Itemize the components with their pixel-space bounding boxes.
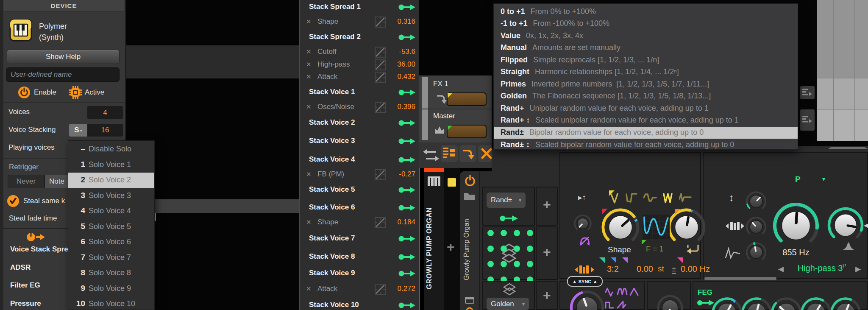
lfo-shape-grid[interactable]	[605, 287, 659, 310]
swap-icon[interactable]	[423, 148, 439, 162]
stacking-mode-option-6[interactable]: StraightHarmonic relationships [1, 1/2, …	[494, 66, 798, 78]
filter-env-knob[interactable]	[745, 190, 767, 212]
mod-source-pressure[interactable]: Pressure	[10, 299, 41, 308]
mixer-knob[interactable]	[657, 294, 684, 310]
stacking-mode-option-2[interactable]: -1 to +1From -100% to +100%	[494, 18, 798, 30]
wave-type-2[interactable]	[626, 192, 638, 204]
mod-amount-value[interactable]: 0.272	[397, 285, 415, 293]
track-tab[interactable]: GROWLY PUMP ORGAN	[424, 168, 444, 310]
fx1-send-fader[interactable]	[447, 92, 487, 106]
phase-randomize-icon[interactable]	[579, 235, 591, 247]
solo-menu-item-disable-solo[interactable]: –Disable Solo	[68, 142, 154, 157]
retrigger-never-button[interactable]: Never	[8, 175, 45, 188]
filter-type-selector[interactable]: High-pass 3P	[790, 263, 854, 273]
master-fader[interactable]	[447, 125, 487, 138]
stack-spread-mode-dropdown[interactable]: Rand± ▾	[487, 193, 526, 208]
mod-target-row[interactable]: ✕Shape0.316	[300, 15, 420, 29]
feg-release-knob[interactable]	[800, 297, 832, 310]
feg-decay-knob[interactable]	[741, 297, 772, 310]
voice-stacking-value[interactable]: 16	[87, 124, 123, 137]
stack-voice-mode-dropdown[interactable]: Golden ▾	[487, 298, 529, 310]
solo-menu-item-solo-voice-5[interactable]: 5Solo Voice 5	[68, 219, 154, 235]
mod-group-row[interactable]: Stack Spread 1	[300, 0, 420, 14]
mod-group-row[interactable]: Stack Voice 9	[300, 266, 420, 281]
solo-menu-item-solo-voice-1[interactable]: 1Solo Voice 1	[68, 157, 154, 173]
remove-mapping-icon[interactable]: ✕	[306, 73, 312, 81]
collapse-arrow-icon[interactable]: ◀	[864, 221, 868, 230]
remove-mapping-icon[interactable]: ✕	[306, 61, 312, 68]
solo-mode-button[interactable]: S ▾	[69, 124, 87, 137]
mod-group-row[interactable]: Stack Voice 8	[300, 250, 420, 264]
filter-cutoff-value[interactable]: 855 Hz	[771, 248, 821, 257]
mod-group-row[interactable]: Stack Spread 2	[300, 30, 420, 45]
mod-group-row[interactable]: Stack Voice 7	[300, 232, 420, 246]
stacking-mode-option-12[interactable]: Rand± ↕Scaled bipolar random value for e…	[494, 139, 798, 150]
mod-amount-value[interactable]: 0.432	[397, 73, 415, 81]
route-button[interactable]	[459, 145, 476, 162]
osc-partial-label[interactable]: F = 1	[646, 245, 664, 254]
mod-group-row[interactable]: Stack Voice 3	[300, 134, 420, 148]
osc-warp-knob[interactable]	[668, 208, 706, 246]
retrigger-note-button[interactable]: Note	[45, 175, 68, 188]
mod-target-row[interactable]: ✕Shape0.184	[300, 215, 420, 230]
waveform-selector[interactable]	[610, 192, 701, 206]
device-name-input[interactable]: User-defined name	[6, 67, 120, 82]
keyboard-tracking-icon[interactable]	[575, 265, 594, 275]
wave-display[interactable]	[643, 215, 670, 239]
osc-pm-sign[interactable]: ±	[672, 265, 676, 274]
mod-route-icon[interactable]	[499, 214, 519, 223]
filter-drive-knob[interactable]	[745, 241, 767, 263]
filter-scroll-thumb[interactable]	[704, 277, 776, 280]
loop-mode-icon[interactable]	[686, 243, 700, 255]
solo-menu-item-solo-voice-3[interactable]: 3Solo Voice 3	[68, 188, 154, 204]
mod-group-row[interactable]: Stack Voice 10	[300, 298, 420, 310]
feg-amount-knob[interactable]	[830, 297, 861, 310]
enable-icon[interactable]	[18, 86, 31, 99]
mod-source-filter-eg[interactable]: Filter EG	[10, 281, 40, 290]
mod-amount-value[interactable]: -53.6	[399, 47, 415, 56]
lfo-shape-4[interactable]	[605, 299, 616, 310]
check-icon[interactable]	[7, 195, 19, 207]
lfo-shape-5[interactable]	[617, 299, 628, 310]
osc-detune-hz-value[interactable]: 0.00 Hz	[681, 264, 710, 274]
mod-target-row[interactable]: ✕FB (PM)-0.27	[300, 168, 420, 182]
add-modulator-button[interactable]: +	[543, 197, 551, 212]
solo-menu-item-solo-voice-6[interactable]: 6Solo Voice 6	[68, 235, 154, 250]
sync-badge[interactable]: ▲ SYNC ▲	[567, 276, 603, 287]
filter-header-caret-icon[interactable]: ▾	[822, 176, 825, 182]
mod-target-row[interactable]: ✕Cutoff-53.6	[300, 45, 420, 59]
wave-type-1[interactable]	[610, 192, 620, 204]
solo-menu-item-solo-voice-2[interactable]: 2Solo Voice 2	[68, 173, 154, 188]
add-modulator-cell[interactable]: +	[536, 226, 558, 280]
clip-slot-button[interactable]	[800, 86, 815, 99]
mod-group-row[interactable]: Stack Voice 2	[300, 116, 420, 130]
device-title-bar[interactable]: Growly Pump Organ	[460, 171, 480, 310]
clip-slot-button[interactable]	[800, 109, 815, 131]
remove-mapping-icon[interactable]: ✕	[306, 103, 312, 111]
osc-ratio-value[interactable]: 3:2	[607, 264, 619, 274]
mod-group-row[interactable]: Stack Voice 6	[300, 201, 420, 215]
mod-source-voice-stack-spread[interactable]: Voice Stack Sprea	[10, 245, 68, 254]
mod-group-row[interactable]: Stack Voice 5	[300, 183, 420, 197]
track-color-swatch[interactable]	[448, 178, 456, 187]
stacking-mode-option-1[interactable]: 0 to +1From 0% to +100%	[494, 6, 798, 17]
add-modulator-cell[interactable]: +	[536, 281, 558, 310]
preset-folder-icon[interactable]	[464, 192, 475, 200]
mod-amount-value[interactable]: 0.396	[397, 103, 415, 111]
wave-type-3[interactable]	[643, 192, 658, 204]
mod-amount-value[interactable]: 36.00	[397, 60, 415, 69]
stacking-mode-option-5[interactable]: FlippedSimple reciprocals [1, 1/2, 1/3, …	[494, 54, 798, 66]
remove-mapping-icon[interactable]: ✕	[306, 218, 312, 226]
wave-type-5[interactable]	[679, 192, 693, 204]
device-power-icon[interactable]	[464, 175, 476, 187]
mapping-list-button[interactable]	[441, 145, 458, 162]
mod-source-adsr[interactable]: ADSR	[10, 263, 31, 272]
remove-mapping-icon[interactable]: ✕	[306, 48, 312, 56]
mod-group-row[interactable]: Stack Voice 4	[300, 153, 420, 167]
add-device-button[interactable]: +	[447, 239, 455, 255]
lfo-shape-2[interactable]	[617, 287, 628, 298]
mod-amount-value[interactable]: 0.316	[397, 17, 415, 26]
mod-target-row[interactable]: ✕Attack0.432	[300, 70, 420, 84]
remove-mapping-icon[interactable]: ✕	[306, 170, 312, 178]
mod-target-row[interactable]: ✕Oscs/Noise0.396	[300, 100, 420, 115]
